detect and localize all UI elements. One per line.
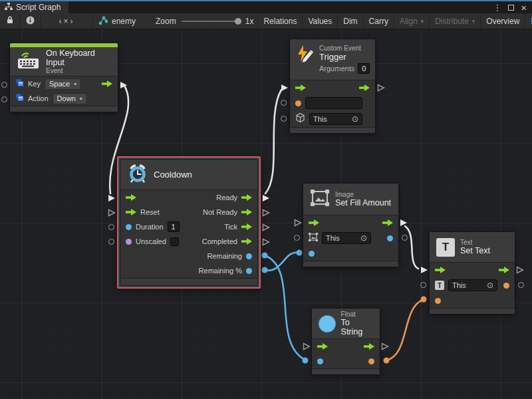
window-maximize-icon[interactable] — [508, 5, 514, 11]
target-field[interactable]: This⊙ — [322, 232, 371, 244]
reset-input-marker[interactable] — [108, 209, 116, 217]
fullscreen-button[interactable]: Full Screen — [525, 13, 532, 29]
alarm-clock-icon — [127, 163, 148, 187]
control-output-port[interactable] — [499, 267, 509, 273]
control-output-port[interactable] — [382, 219, 393, 226]
float-input-port[interactable] — [317, 358, 323, 364]
action-input-port[interactable] — [1, 96, 7, 102]
control-input-port[interactable] — [309, 219, 319, 226]
notready-output-marker[interactable] — [262, 209, 270, 217]
target-input-marker[interactable] — [420, 282, 426, 288]
tab-script-graph[interactable]: Script Graph — [0, 1, 68, 13]
key-input-port[interactable] — [1, 82, 7, 88]
window-menu-icon[interactable]: ⋮ — [493, 3, 501, 12]
distribute-button[interactable]: Distribute — [430, 13, 481, 29]
reset-input-port[interactable] — [126, 209, 136, 215]
node-subtitle: Event — [46, 67, 111, 74]
duration-input-port[interactable] — [126, 224, 132, 230]
relations-button[interactable]: Relations — [257, 13, 303, 29]
control-output-port[interactable] — [102, 80, 112, 87]
duration-field[interactable]: 1 — [168, 221, 180, 232]
control-output-marker[interactable] — [381, 342, 389, 350]
control-output-marker[interactable] — [120, 81, 128, 89]
align-button[interactable]: Align — [394, 13, 430, 29]
control-input-marker[interactable] — [303, 342, 311, 350]
arguments-field[interactable]: 0 — [358, 63, 370, 74]
code-view-button[interactable]: ‹×› — [41, 13, 93, 29]
target-input-marker[interactable] — [294, 235, 300, 241]
control-input-port[interactable] — [317, 343, 328, 350]
control-input-port[interactable] — [435, 267, 446, 273]
unscaled-input-marker[interactable] — [108, 239, 114, 245]
control-input-port[interactable] — [126, 194, 136, 201]
text-output-port[interactable] — [503, 283, 509, 289]
zoom-slider-handle[interactable] — [235, 18, 241, 25]
completed-output-port[interactable] — [241, 238, 252, 245]
carry-button[interactable]: Carry — [364, 13, 394, 29]
node-set-fill-amount[interactable]: Image Set Fill Amount This⊙ — [303, 183, 399, 267]
toolbar-right-group: Relations Values Dim Carry Align Distrib… — [257, 13, 532, 29]
string-input-port[interactable] — [295, 100, 301, 106]
target-field[interactable]: This⊙ — [448, 279, 497, 291]
zoom-value: 1x — [245, 17, 254, 26]
control-input-marker[interactable] — [420, 266, 428, 274]
completed-output-marker[interactable] — [262, 238, 270, 246]
node-set-text[interactable]: T Text Set Text T This⊙ — [429, 231, 515, 315]
notready-port-label: Not Ready — [203, 208, 237, 216]
graph-hierarchy-icon — [5, 3, 13, 13]
window-close-icon[interactable]: × — [521, 3, 527, 13]
tick-output-port[interactable] — [241, 223, 252, 230]
node-footer — [10, 106, 118, 112]
control-input-port[interactable] — [295, 84, 306, 91]
node-footer — [312, 368, 380, 374]
zoom-slider[interactable] — [182, 21, 240, 22]
text-output-marker[interactable] — [518, 282, 524, 288]
image-output-port[interactable] — [387, 235, 393, 241]
tick-output-marker[interactable] — [262, 223, 270, 231]
node-trigger-custom-event[interactable]: Custom Event Trigger Arguments 0 — [289, 39, 376, 134]
target-field[interactable]: This⊙ — [309, 113, 362, 125]
remaining-output-port[interactable] — [246, 253, 252, 259]
action-dropdown[interactable]: Down — [53, 93, 87, 104]
graph-breadcrumb[interactable]: enemy — [93, 13, 142, 29]
ready-output-port[interactable] — [241, 194, 252, 201]
control-output-port[interactable] — [364, 343, 374, 350]
unscaled-input-port[interactable] — [126, 239, 132, 245]
lock-button[interactable] — [0, 13, 20, 29]
info-button[interactable] — [20, 13, 41, 29]
control-output-marker[interactable] — [377, 84, 385, 92]
overview-button[interactable]: Overview — [481, 13, 525, 29]
node-cooldown[interactable]: Cooldown Ready Reset Not Ready — [117, 156, 261, 289]
control-output-marker[interactable] — [400, 219, 408, 227]
duration-input-marker[interactable] — [108, 224, 114, 230]
node-category: Custom Event — [319, 45, 370, 52]
event-name-field[interactable] — [305, 97, 362, 109]
image-output-marker[interactable] — [402, 235, 408, 241]
row-reset-notready: Reset Not Ready — [120, 205, 257, 219]
node-to-string[interactable]: Float To String — [311, 308, 380, 375]
control-input-marker[interactable] — [294, 219, 302, 227]
unscaled-checkbox[interactable] — [170, 237, 179, 246]
control-output-marker[interactable] — [516, 266, 524, 274]
text-input-port[interactable] — [435, 298, 441, 304]
dim-button[interactable]: Dim — [338, 13, 363, 29]
node-title: Cooldown — [154, 170, 192, 180]
node-on-keyboard-input[interactable]: On Keyboard Input Event Key Space Action — [9, 43, 118, 112]
fill-amount-input-port[interactable] — [309, 251, 315, 257]
remaining-pct-port-label: Remaining % — [199, 267, 242, 275]
name-input-marker[interactable] — [281, 100, 287, 106]
image-icon — [310, 189, 330, 209]
remaining-pct-output-port[interactable] — [246, 268, 252, 274]
notready-output-port[interactable] — [241, 209, 252, 215]
control-input-marker[interactable] — [281, 84, 289, 92]
enter-input-marker[interactable] — [108, 194, 116, 202]
custom-event-icon — [297, 45, 314, 66]
node-title: Trigger — [319, 52, 370, 62]
control-output-port[interactable] — [359, 84, 370, 91]
values-button[interactable]: Values — [303, 13, 338, 29]
target-input-marker[interactable] — [281, 116, 287, 122]
string-output-port[interactable] — [368, 358, 374, 364]
ready-output-marker[interactable] — [262, 194, 270, 202]
enum-icon — [15, 78, 24, 90]
key-dropdown[interactable]: Space — [45, 78, 81, 90]
